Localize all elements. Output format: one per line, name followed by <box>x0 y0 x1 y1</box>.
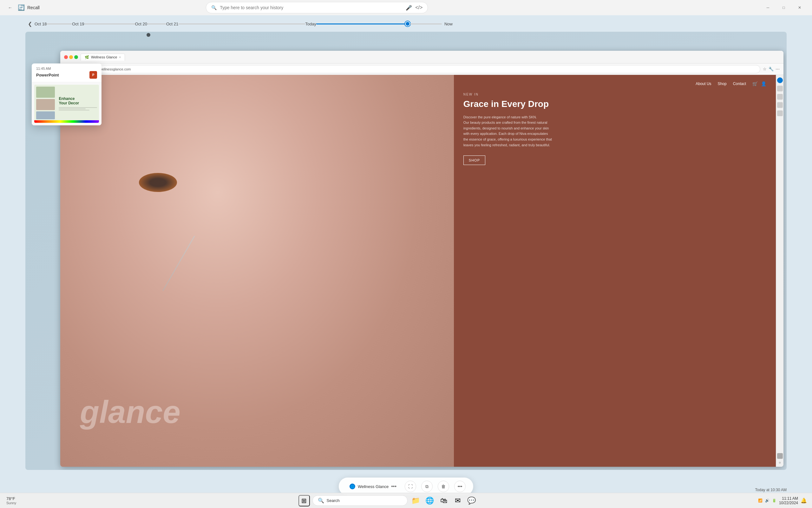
maximize-button[interactable]: □ <box>776 3 791 13</box>
browser-min-dot[interactable] <box>69 55 73 59</box>
taskbar-search-icon: 🔍 <box>318 498 324 504</box>
glance-site-right: About Us Shop Contact 🛒 👤 NEW IN Grace i… <box>454 75 776 467</box>
glance-shop-button[interactable]: SHOP <box>463 156 485 165</box>
taskbar-start-button[interactable]: ⊞ <box>299 495 310 506</box>
bottom-app-name: Wellness Glance <box>358 484 389 489</box>
timeline-label-oct21: Oct 21 <box>166 22 178 26</box>
bottom-app-dots[interactable]: ••• <box>391 483 397 489</box>
taskbar-right: 📶 🔊 🔋 11:11 AM 10/22/2024 🔔 <box>753 496 812 505</box>
glance-text-overlay: glance <box>80 396 434 428</box>
bottom-timestamp: Today at 10:30 AM <box>755 488 786 492</box>
search-bar[interactable]: 🔍 🎤 </> <box>206 2 428 13</box>
back-button[interactable]: ← <box>5 3 15 13</box>
bottom-trash-button[interactable]: 🗑 <box>438 481 449 492</box>
sidebar-icon-3[interactable] <box>777 94 783 100</box>
taskbar: 78°F Sunny ⊞ 🔍 Search 📁 🌐 🛍 ✉ 💬 <box>0 493 812 508</box>
taskbar-condition: Sunny <box>6 501 16 505</box>
main-content: 11:45 AM PowerPoint P EnhanceYour Decor <box>26 32 786 470</box>
bottom-copy-button[interactable]: ⧉ <box>421 481 433 492</box>
timeline-item-oct21[interactable]: Oct 21 <box>166 22 178 26</box>
taskbar-app-teams[interactable]: 💬 <box>466 495 478 506</box>
taskbar-left: 78°F Sunny <box>0 496 22 505</box>
ppt-app-name: PowerPoint <box>36 73 59 77</box>
taskbar-center: ⊞ 🔍 Search 📁 🌐 🛍 ✉ 💬 <box>22 495 753 506</box>
glance-headline: Grace in Every Drop <box>463 99 766 110</box>
sidebar-icon-2[interactable] <box>777 86 783 91</box>
ppt-preview-popup[interactable]: 11:45 AM PowerPoint P EnhanceYour Decor <box>32 64 101 125</box>
taskbar-battery-icon[interactable]: 🔋 <box>772 499 776 503</box>
glance-cart-icon[interactable]: 🛒 <box>752 81 758 86</box>
taskbar-app-edge[interactable]: 🌐 <box>424 495 436 506</box>
sidebar-icon-4[interactable] <box>777 102 783 108</box>
timeline-line-3 <box>147 24 166 25</box>
code-icon[interactable]: </> <box>415 5 422 10</box>
browser-max-dot[interactable] <box>74 55 78 59</box>
title-bar-nav: ← 🔄 Recall <box>5 3 40 13</box>
ppt-thumbnail[interactable]: EnhanceYour Decor <box>32 82 101 125</box>
ppt-slide: EnhanceYour Decor <box>34 85 99 123</box>
browser-window: 🌿 Wellness Glance × ← ↺ https://wellness… <box>60 51 783 467</box>
timeline-line-2 <box>84 24 135 25</box>
browser-more-btn[interactable]: ⋯ <box>775 67 780 71</box>
sidebar-icon-5[interactable] <box>777 111 783 116</box>
taskbar-app-email[interactable]: ✉ <box>452 495 463 506</box>
timeline-item-oct20[interactable]: Oct 20 <box>135 22 147 26</box>
ppt-line-2 <box>59 109 85 109</box>
browser-tab[interactable]: 🌿 Wellness Glance × <box>81 54 125 60</box>
timeline-item-oct18[interactable]: Oct 18 <box>35 22 47 26</box>
bottom-more-button[interactable]: ••• <box>454 481 466 492</box>
close-button[interactable]: ✕ <box>792 3 807 13</box>
browser-tab-favicon: 🌿 <box>85 55 89 59</box>
taskbar-temperature: 78°F <box>6 496 16 501</box>
ppt-slide-image-1 <box>36 87 55 98</box>
browser-ext-btn[interactable]: 🔧 <box>769 67 774 71</box>
teams-icon: 💬 <box>467 497 476 505</box>
taskbar-search-box[interactable]: 🔍 Search <box>312 495 408 506</box>
timeline-item-oct19[interactable]: Oct 19 <box>72 22 84 26</box>
glance-nav-contact[interactable]: Contact <box>733 82 746 86</box>
ppt-line-3 <box>59 110 89 111</box>
recall-icon: 🔄 <box>18 4 25 11</box>
timeline-dot <box>405 21 410 26</box>
timeline-item-today[interactable]: Today <box>305 22 316 26</box>
browser-nav-bar: ← ↺ https://wellnessglance.com ☆ 🔧 ⋯ <box>60 64 783 75</box>
taskbar-wifi-icon[interactable]: 📶 <box>758 499 763 503</box>
sidebar-icon-bottom[interactable] <box>777 453 783 459</box>
files-icon: 📁 <box>411 497 420 505</box>
voice-icon[interactable]: 🎤 <box>406 5 412 11</box>
timeline-line-1 <box>47 24 72 25</box>
minimize-button[interactable]: ─ <box>761 3 775 13</box>
browser-close-dot[interactable] <box>64 55 68 59</box>
search-input[interactable] <box>220 5 403 10</box>
sidebar-icon-1[interactable] <box>777 77 783 83</box>
browser-tab-close[interactable]: × <box>119 55 121 59</box>
bottom-expand-button[interactable]: ⛶ <box>405 481 416 492</box>
sidebar-settings-icon[interactable]: ⚙ <box>779 461 781 464</box>
glance-badge: NEW IN <box>463 93 766 96</box>
taskbar-clock[interactable]: 11:11 AM 10/22/2024 <box>779 496 798 505</box>
window-controls: ─ □ ✕ <box>761 3 807 13</box>
timeline-label-oct20: Oct 20 <box>135 22 147 26</box>
taskbar-notification-icon[interactable]: 🔔 <box>801 498 807 504</box>
timeline-back-button[interactable]: ❮ <box>26 20 35 28</box>
glance-hero-text: glance <box>80 396 434 428</box>
timeline-label-today: Today <box>305 22 316 26</box>
taskbar-app-store[interactable]: 🛍 <box>438 495 449 506</box>
browser-bookmark-btn[interactable]: ☆ <box>763 67 767 71</box>
timeline-label-oct19: Oct 19 <box>72 22 84 26</box>
glance-user-icon[interactable]: 👤 <box>761 81 766 86</box>
taskbar-sound-icon[interactable]: 🔊 <box>765 499 769 503</box>
website-content: glance About Us Shop Contact 🛒 👤 <box>60 75 783 467</box>
taskbar-app-files[interactable]: 📁 <box>410 495 421 506</box>
timeline-line-today <box>316 24 405 25</box>
windows-logo-icon: ⊞ <box>301 497 307 505</box>
taskbar-weather[interactable]: 78°F Sunny <box>4 496 19 505</box>
ppt-time: 11:45 AM <box>36 67 97 71</box>
glance-nav-shop[interactable]: Shop <box>718 82 727 86</box>
ppt-slide-image-2 <box>36 99 55 110</box>
ppt-slide-image-3 <box>36 111 55 119</box>
browser-url-bar[interactable]: https://wellnessglance.com <box>85 65 760 73</box>
store-icon: 🛍 <box>440 497 447 505</box>
ppt-app-row: PowerPoint P <box>36 71 97 79</box>
glance-nav-about[interactable]: About Us <box>695 82 711 86</box>
